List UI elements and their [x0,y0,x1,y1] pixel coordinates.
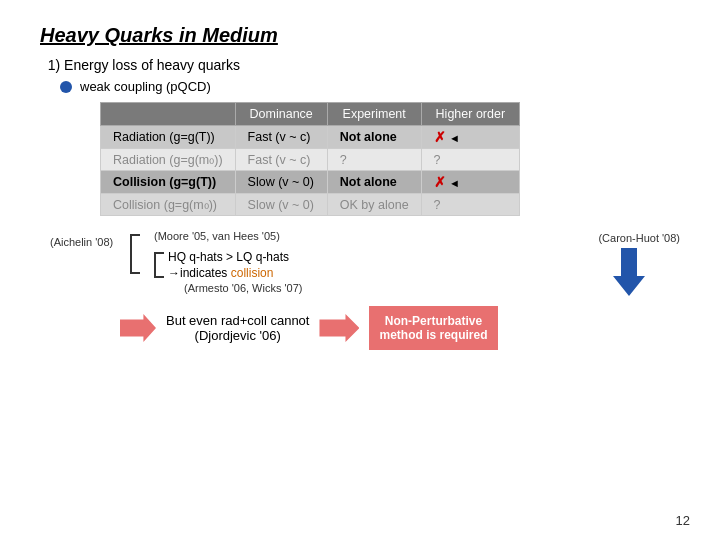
table-row: Collision (g=g(T)) Slow (v ~ 0) Not alon… [101,171,520,194]
hq-line: HQ q-hats > LQ q-hats [168,250,289,264]
row-label-4: Collision (g=g(m₀)) [101,194,236,216]
row-higher-4: ? [421,194,519,216]
hq-bracket-row: HQ q-hats > LQ q-hats →indicates collisi… [154,250,568,282]
armesto-label: (Armesto '06, Wicks '07) [184,282,568,294]
moore-label: (Moore '05, van Hees '05) [154,230,568,242]
row-label-3: Collision (g=g(T)) [101,171,236,194]
pink-arrow-icon [120,314,156,342]
down-arrow-icon [613,248,645,296]
page-number: 12 [676,513,690,528]
caron-section: (Caron-Huot '08) [578,230,680,296]
row-experiment-2: ? [327,149,421,171]
row-experiment-3: Not alone [327,171,421,194]
page-title: Heavy Quarks in Medium [40,24,680,47]
row-experiment-4: OK by alone [327,194,421,216]
row-label-2: Radiation (g=g(m₀)) [101,149,236,171]
table-row: Collision (g=g(m₀)) Slow (v ~ 0) OK by a… [101,194,520,216]
row-higher-2: ? [421,149,519,171]
aichelin-section: (Aichelin '08) [50,230,130,249]
middle-annotations: (Moore '05, van Hees '05) HQ q-hats > LQ… [130,230,568,294]
middle-text: (Moore '05, van Hees '05) HQ q-hats > LQ… [154,230,568,294]
row-label-1: Radiation (g=g(T)) [101,126,236,149]
col-header-experiment: Experiment [327,103,421,126]
non-pert-box: Non-Perturbative method is required [369,306,497,350]
col-header-higher-order: Higher order [421,103,519,126]
section-heading: 1) Energy loss of heavy quarks [40,57,680,73]
row-dominance-4: Slow (v ~ 0) [235,194,327,216]
but-even-row: But even rad+coll cannot (Djordjevic '06… [120,306,680,350]
annotations-row: (Aichelin '08) (Moore '05, van Hees '05)… [50,230,680,296]
row-dominance-3: Slow (v ~ 0) [235,171,327,194]
svg-marker-0 [613,248,645,296]
col-header-empty [101,103,236,126]
bullet-label: weak coupling (pQCD) [80,79,211,94]
table-row: Radiation (g=g(T)) Fast (v ~ c) Not alon… [101,126,520,149]
aichelin-label: (Aichelin '08) [50,236,113,248]
row-dominance-1: Fast (v ~ c) [235,126,327,149]
table-row: Radiation (g=g(m₀)) Fast (v ~ c) ? ? [101,149,520,171]
row-experiment-1: Not alone [327,126,421,149]
row-higher-1: ✗ ◄ [421,126,519,149]
data-table: Dominance Experiment Higher order Radiat… [100,102,520,216]
col-header-dominance: Dominance [235,103,327,126]
page: Heavy Quarks in Medium 1) Energy loss of… [0,0,720,540]
bullet-icon [60,81,72,93]
bracket-icon-2 [154,252,164,278]
but-even-text: But even rad+coll cannot (Djordjevic '06… [166,313,309,343]
row-dominance-2: Fast (v ~ c) [235,149,327,171]
bullet-item: weak coupling (pQCD) [60,79,680,94]
caron-label: (Caron-Huot '08) [598,232,680,244]
row-higher-3: ✗ ◄ [421,171,519,194]
indicates-line: →indicates collision [168,266,289,280]
hq-lines: HQ q-hats > LQ q-hats →indicates collisi… [168,250,289,282]
pink-arrow2-icon [319,314,359,342]
collision-word: collision [231,266,274,280]
bracket-icon [130,234,140,274]
